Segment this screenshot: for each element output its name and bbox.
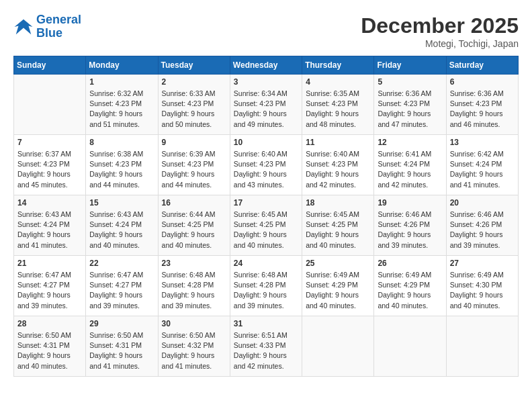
day-number: 29 bbox=[89, 319, 154, 328]
calendar-cell: 30Sunrise: 6:50 AMSunset: 4:32 PMDayligh… bbox=[158, 316, 230, 377]
day-info: Sunrise: 6:43 AMSunset: 4:24 PMDaylight:… bbox=[17, 210, 82, 250]
calendar-cell: 21Sunrise: 6:47 AMSunset: 4:27 PMDayligh… bbox=[14, 256, 86, 316]
calendar-cell: 8Sunrise: 6:38 AMSunset: 4:23 PMDaylight… bbox=[86, 135, 158, 195]
day-number: 15 bbox=[89, 198, 154, 208]
calendar-cell: 29Sunrise: 6:50 AMSunset: 4:31 PMDayligh… bbox=[86, 316, 158, 377]
calendar-week-row: 28Sunrise: 6:50 AMSunset: 4:31 PMDayligh… bbox=[14, 316, 519, 377]
day-info: Sunrise: 6:36 AMSunset: 4:23 PMDaylight:… bbox=[378, 89, 442, 130]
calendar-week-row: 7Sunrise: 6:37 AMSunset: 4:23 PMDaylight… bbox=[14, 135, 519, 195]
day-info: Sunrise: 6:49 AMSunset: 4:30 PMDaylight:… bbox=[450, 270, 515, 311]
calendar-cell: 2Sunrise: 6:33 AMSunset: 4:23 PMDaylight… bbox=[158, 75, 230, 135]
day-info: Sunrise: 6:51 AMSunset: 4:33 PMDaylight:… bbox=[234, 330, 298, 371]
day-number: 14 bbox=[17, 198, 82, 208]
day-number: 9 bbox=[162, 138, 226, 147]
month-title: December 2025 bbox=[361, 13, 519, 38]
calendar-cell: 31Sunrise: 6:51 AMSunset: 4:33 PMDayligh… bbox=[230, 316, 302, 377]
day-number: 5 bbox=[378, 77, 442, 87]
calendar-cell: 5Sunrise: 6:36 AMSunset: 4:23 PMDaylight… bbox=[374, 75, 446, 135]
calendar-cell: 1Sunrise: 6:32 AMSunset: 4:23 PMDaylight… bbox=[86, 75, 158, 135]
day-number: 17 bbox=[234, 198, 298, 208]
title-block: December 2025 Motegi, Tochigi, Japan bbox=[361, 13, 519, 49]
day-info: Sunrise: 6:50 AMSunset: 4:31 PMDaylight:… bbox=[89, 330, 154, 371]
day-info: Sunrise: 6:47 AMSunset: 4:27 PMDaylight:… bbox=[17, 270, 82, 311]
day-number: 30 bbox=[162, 319, 226, 328]
calendar-cell: 3Sunrise: 6:34 AMSunset: 4:23 PMDaylight… bbox=[230, 75, 302, 135]
day-number: 31 bbox=[234, 319, 298, 328]
weekday-header-saturday: Saturday bbox=[446, 56, 518, 75]
day-number: 24 bbox=[234, 259, 298, 268]
day-info: Sunrise: 6:35 AMSunset: 4:23 PMDaylight:… bbox=[306, 89, 370, 130]
calendar-cell: 11Sunrise: 6:40 AMSunset: 4:23 PMDayligh… bbox=[302, 135, 374, 195]
calendar-cell: 17Sunrise: 6:45 AMSunset: 4:25 PMDayligh… bbox=[230, 195, 302, 256]
calendar-cell: 16Sunrise: 6:44 AMSunset: 4:25 PMDayligh… bbox=[158, 195, 230, 256]
calendar-cell: 20Sunrise: 6:46 AMSunset: 4:26 PMDayligh… bbox=[446, 195, 518, 256]
day-number: 6 bbox=[450, 77, 515, 87]
weekday-header-sunday: Sunday bbox=[14, 56, 86, 75]
logo-icon bbox=[13, 17, 34, 37]
day-info: Sunrise: 6:46 AMSunset: 4:26 PMDaylight:… bbox=[450, 210, 515, 250]
calendar-cell bbox=[446, 316, 518, 377]
day-info: Sunrise: 6:33 AMSunset: 4:23 PMDaylight:… bbox=[162, 89, 226, 130]
day-number: 22 bbox=[89, 259, 154, 268]
day-number: 16 bbox=[162, 198, 226, 208]
day-info: Sunrise: 6:34 AMSunset: 4:23 PMDaylight:… bbox=[234, 89, 298, 130]
day-info: Sunrise: 6:48 AMSunset: 4:28 PMDaylight:… bbox=[234, 270, 298, 311]
day-number: 18 bbox=[306, 198, 370, 208]
day-info: Sunrise: 6:48 AMSunset: 4:28 PMDaylight:… bbox=[162, 270, 226, 311]
day-number: 13 bbox=[450, 138, 515, 147]
day-info: Sunrise: 6:41 AMSunset: 4:24 PMDaylight:… bbox=[378, 149, 442, 190]
day-number: 12 bbox=[378, 138, 442, 147]
day-info: Sunrise: 6:45 AMSunset: 4:25 PMDaylight:… bbox=[234, 210, 298, 250]
day-number: 20 bbox=[450, 198, 515, 208]
day-number: 7 bbox=[17, 138, 82, 147]
calendar-cell: 24Sunrise: 6:48 AMSunset: 4:28 PMDayligh… bbox=[230, 256, 302, 316]
day-number: 4 bbox=[306, 77, 370, 87]
calendar-cell: 25Sunrise: 6:49 AMSunset: 4:29 PMDayligh… bbox=[302, 256, 374, 316]
day-number: 3 bbox=[234, 77, 298, 87]
calendar-cell: 9Sunrise: 6:39 AMSunset: 4:23 PMDaylight… bbox=[158, 135, 230, 195]
weekday-header-tuesday: Tuesday bbox=[158, 56, 230, 75]
calendar-table: SundayMondayTuesdayWednesdayThursdayFrid… bbox=[13, 56, 519, 377]
day-info: Sunrise: 6:44 AMSunset: 4:25 PMDaylight:… bbox=[162, 210, 226, 250]
calendar-cell: 10Sunrise: 6:40 AMSunset: 4:23 PMDayligh… bbox=[230, 135, 302, 195]
calendar-cell: 22Sunrise: 6:47 AMSunset: 4:27 PMDayligh… bbox=[86, 256, 158, 316]
day-info: Sunrise: 6:43 AMSunset: 4:24 PMDaylight:… bbox=[89, 210, 154, 250]
day-info: Sunrise: 6:36 AMSunset: 4:23 PMDaylight:… bbox=[450, 89, 515, 130]
day-number: 25 bbox=[306, 259, 370, 268]
day-number: 11 bbox=[306, 138, 370, 147]
logo: General Blue bbox=[13, 13, 81, 40]
calendar-cell: 15Sunrise: 6:43 AMSunset: 4:24 PMDayligh… bbox=[86, 195, 158, 256]
day-info: Sunrise: 6:39 AMSunset: 4:23 PMDaylight:… bbox=[162, 149, 226, 190]
day-number: 2 bbox=[162, 77, 226, 87]
day-number: 10 bbox=[234, 138, 298, 147]
day-number: 19 bbox=[378, 198, 442, 208]
calendar-cell: 14Sunrise: 6:43 AMSunset: 4:24 PMDayligh… bbox=[14, 195, 86, 256]
day-info: Sunrise: 6:37 AMSunset: 4:23 PMDaylight:… bbox=[17, 149, 82, 190]
calendar-week-row: 1Sunrise: 6:32 AMSunset: 4:23 PMDaylight… bbox=[14, 75, 519, 135]
weekday-header-row: SundayMondayTuesdayWednesdayThursdayFrid… bbox=[14, 56, 519, 75]
day-info: Sunrise: 6:49 AMSunset: 4:29 PMDaylight:… bbox=[306, 270, 370, 311]
location: Motegi, Tochigi, Japan bbox=[361, 38, 519, 49]
day-info: Sunrise: 6:38 AMSunset: 4:23 PMDaylight:… bbox=[89, 149, 154, 190]
day-number: 21 bbox=[17, 259, 82, 268]
calendar-cell: 19Sunrise: 6:46 AMSunset: 4:26 PMDayligh… bbox=[374, 195, 446, 256]
calendar-cell: 27Sunrise: 6:49 AMSunset: 4:30 PMDayligh… bbox=[446, 256, 518, 316]
calendar-cell: 6Sunrise: 6:36 AMSunset: 4:23 PMDaylight… bbox=[446, 75, 518, 135]
calendar-cell: 23Sunrise: 6:48 AMSunset: 4:28 PMDayligh… bbox=[158, 256, 230, 316]
day-number: 8 bbox=[89, 138, 154, 147]
calendar-cell: 4Sunrise: 6:35 AMSunset: 4:23 PMDaylight… bbox=[302, 75, 374, 135]
day-info: Sunrise: 6:46 AMSunset: 4:26 PMDaylight:… bbox=[378, 210, 442, 250]
calendar-week-row: 21Sunrise: 6:47 AMSunset: 4:27 PMDayligh… bbox=[14, 256, 519, 316]
svg-marker-0 bbox=[15, 19, 33, 35]
calendar-cell: 26Sunrise: 6:49 AMSunset: 4:29 PMDayligh… bbox=[374, 256, 446, 316]
calendar-cell: 28Sunrise: 6:50 AMSunset: 4:31 PMDayligh… bbox=[14, 316, 86, 377]
day-number: 27 bbox=[450, 259, 515, 268]
day-info: Sunrise: 6:50 AMSunset: 4:31 PMDaylight:… bbox=[17, 330, 82, 371]
calendar-cell bbox=[374, 316, 446, 377]
day-info: Sunrise: 6:45 AMSunset: 4:25 PMDaylight:… bbox=[306, 210, 370, 250]
day-info: Sunrise: 6:49 AMSunset: 4:29 PMDaylight:… bbox=[378, 270, 442, 311]
day-info: Sunrise: 6:42 AMSunset: 4:24 PMDaylight:… bbox=[450, 149, 515, 190]
calendar-cell bbox=[14, 75, 86, 135]
page-header: General Blue December 2025 Motegi, Tochi… bbox=[13, 13, 519, 49]
calendar-week-row: 14Sunrise: 6:43 AMSunset: 4:24 PMDayligh… bbox=[14, 195, 519, 256]
